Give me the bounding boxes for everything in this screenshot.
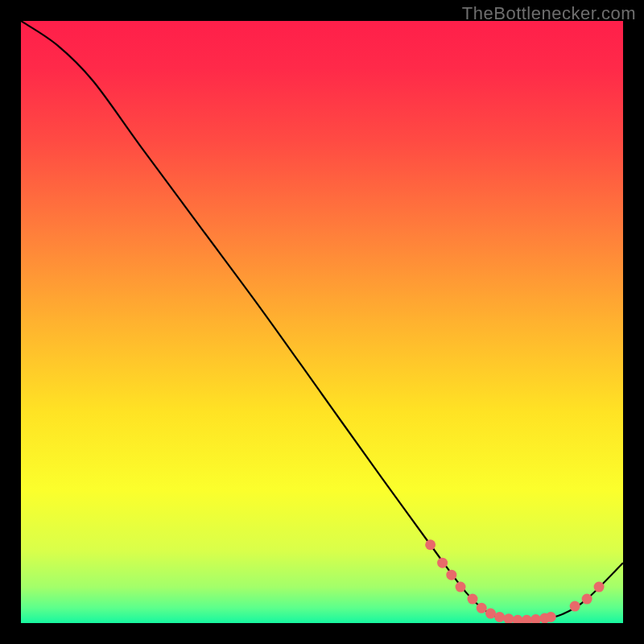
marker-dot (456, 582, 466, 592)
marker-dot (594, 582, 605, 592)
gradient-background (21, 21, 623, 623)
marker-dot (468, 594, 478, 605)
watermark-text: TheBottlenecker.com (462, 3, 636, 24)
marker-dot (437, 558, 448, 568)
marker-dot (570, 601, 580, 612)
marker-dot (485, 609, 496, 619)
bottleneck-chart (21, 21, 623, 623)
marker-dot (446, 570, 456, 580)
marker-dot (582, 594, 592, 605)
marker-dot (494, 612, 505, 622)
marker-dot (477, 603, 487, 613)
chart-frame (21, 21, 623, 623)
marker-dot (425, 539, 436, 550)
marker-dot (546, 612, 556, 622)
